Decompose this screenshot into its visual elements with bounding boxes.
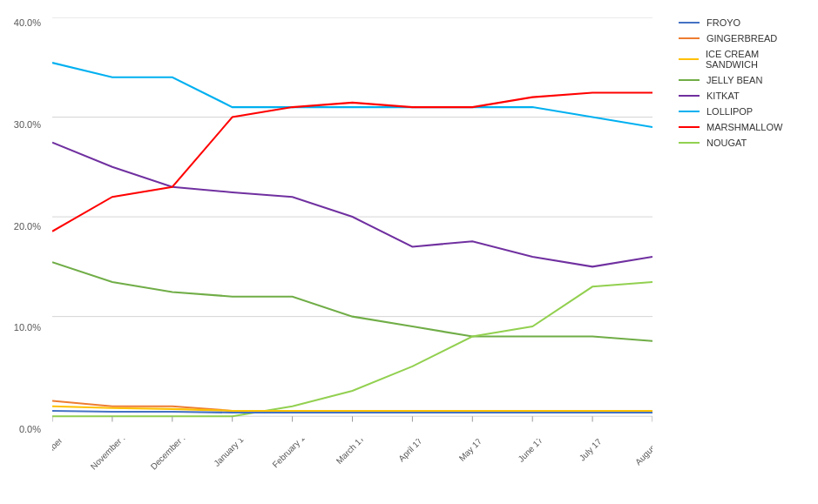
kitkat-legend-line xyxy=(679,95,700,97)
legend-item-froyo: FROYO xyxy=(679,17,809,28)
jellybean-legend-line xyxy=(679,79,700,81)
svg-text:September 16: September 16 xyxy=(52,439,73,473)
ics-legend-line xyxy=(679,58,699,60)
y-axis: 40.0% 30.0% 20.0% 10.0% 0.0% xyxy=(0,17,48,434)
y-label-10: 10.0% xyxy=(14,322,41,333)
legend-item-kitkat: KITKAT xyxy=(679,91,809,101)
gingerbread-legend-line xyxy=(679,37,700,39)
kitkat-label: KITKAT xyxy=(706,91,740,101)
y-label-30: 30.0% xyxy=(14,119,41,130)
svg-text:December 16: December 16 xyxy=(149,439,193,472)
nougat-legend-line xyxy=(679,142,700,144)
chart-svg xyxy=(52,17,652,434)
legend-item-gingerbread: GINGERBREAD xyxy=(679,33,809,44)
froyo-label: FROYO xyxy=(706,17,740,28)
froyo-legend-line xyxy=(679,22,700,24)
lollipop-legend-line xyxy=(679,111,700,112)
lollipop-label: LOLLIPOP xyxy=(706,106,753,117)
chart-container: 40.0% 30.0% 20.0% 10.0% 0.0% September 1… xyxy=(0,0,818,504)
y-label-40: 40.0% xyxy=(14,17,41,28)
jellybean-label: JELLY BEAN xyxy=(706,75,762,85)
svg-text:January 17: January 17 xyxy=(212,439,248,468)
chart-area: 40.0% 30.0% 20.0% 10.0% 0.0% September 1… xyxy=(0,0,661,504)
legend-item-marshmallow: MARSHMALLOW xyxy=(679,122,809,132)
svg-text:June 17: June 17 xyxy=(517,439,545,464)
y-label-20: 20.0% xyxy=(14,221,41,232)
svg-text:May 17: May 17 xyxy=(457,439,484,463)
legend-item-jellybean: JELLY BEAN xyxy=(679,75,809,85)
gingerbread-label: GINGERBREAD xyxy=(706,33,777,44)
svg-text:February 17: February 17 xyxy=(271,439,311,469)
kitkat-line xyxy=(52,143,652,267)
nougat-line xyxy=(52,282,652,416)
svg-text:April 17: April 17 xyxy=(396,439,424,463)
legend-item-nougat: NOUGAT xyxy=(679,138,809,148)
legend-item-lollipop: LOLLIPOP xyxy=(679,106,809,117)
chart-legend: FROYO GINGERBREAD ICE CREAM SANDWICH JEL… xyxy=(661,0,818,504)
svg-text:August 17: August 17 xyxy=(633,439,652,467)
x-axis: September 16 November 16 December 16 Jan… xyxy=(52,439,652,504)
ics-label: ICE CREAM SANDWICH xyxy=(706,49,809,70)
svg-text:November 16: November 16 xyxy=(89,439,132,472)
marshmallow-label: MARSHMALLOW xyxy=(706,122,782,132)
marshmallow-line xyxy=(52,92,652,231)
nougat-label: NOUGAT xyxy=(706,138,747,148)
marshmallow-legend-line xyxy=(679,126,700,128)
svg-text:March 17: March 17 xyxy=(335,439,367,466)
svg-text:July 17: July 17 xyxy=(578,439,604,463)
y-label-0: 0.0% xyxy=(19,424,41,434)
jellybean-line xyxy=(52,262,652,341)
legend-item-ics: ICE CREAM SANDWICH xyxy=(679,49,809,70)
